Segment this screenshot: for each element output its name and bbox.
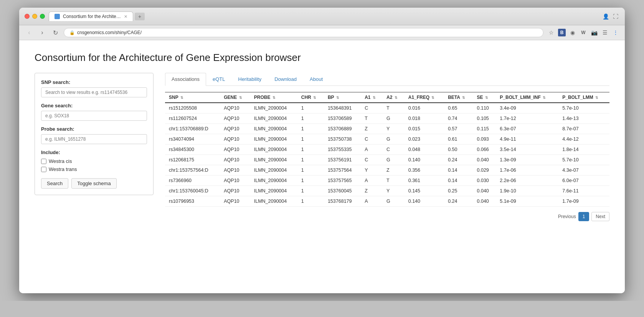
se-cell: 0.093 xyxy=(473,134,496,145)
table-row: rs112607524AQP10ILMN_20900041153706589TG… xyxy=(165,113,609,124)
col-bp[interactable]: BP ⇅ xyxy=(324,92,361,103)
tab-eqtl[interactable]: eQTL xyxy=(206,73,232,85)
table-row: rs34845300AQP10ILMN_20900041153755335AC0… xyxy=(165,145,609,155)
westra-cis-row: Westra cis xyxy=(41,158,147,164)
a1freq-cell: 0.145 xyxy=(405,186,444,196)
chr-cell: 1 xyxy=(297,124,324,134)
browser-tab[interactable]: Consortium for the Architect... ✕ xyxy=(49,11,133,21)
col-se[interactable]: SE ⇅ xyxy=(473,92,496,103)
table-row: chr1:153760045:DAQP10ILMN_20900041153760… xyxy=(165,186,609,196)
bp-cell: 153706589 xyxy=(324,113,361,124)
page-title: Consortium for the Architecture of Gene … xyxy=(35,52,609,64)
p-bolt-lmm-cell: 6.0e-07 xyxy=(558,176,609,186)
sidebar-buttons: Search Toggle schema xyxy=(41,178,147,189)
p-bolt-lmm-cell: 1.7e-09 xyxy=(558,196,609,207)
extension-b-icon[interactable]: B xyxy=(558,29,566,36)
probe-cell: ILMN_2090004 xyxy=(250,103,297,113)
col-p-bolt-lmm[interactable]: P_BOLT_LMM ⇅ xyxy=(558,92,609,103)
se-cell: 0.105 xyxy=(473,113,496,124)
p-bolt-lmm-inf-cell: 1.9e-10 xyxy=(496,186,558,196)
col-a2[interactable]: A2 ⇅ xyxy=(383,92,405,103)
chrome-menu-icon[interactable]: ⋮ xyxy=(612,29,619,36)
tab-about[interactable]: About xyxy=(303,73,329,85)
bp-cell: 153756191 xyxy=(324,155,361,165)
gene-cell: AQP10 xyxy=(220,155,250,165)
search-button[interactable]: Search xyxy=(41,178,68,189)
sort-arrows-snp: ⇅ xyxy=(180,96,183,100)
se-cell: 0.115 xyxy=(473,124,496,134)
se-cell: 0.030 xyxy=(473,176,496,186)
close-button[interactable] xyxy=(25,14,30,19)
extension-icon[interactable]: ◉ xyxy=(569,29,576,36)
back-button[interactable]: ‹ xyxy=(25,29,34,36)
snp-cell: rs34074094 xyxy=(165,134,220,145)
westra-trans-checkbox[interactable] xyxy=(41,167,46,172)
forward-button[interactable]: › xyxy=(38,29,47,36)
bp-cell: 153648391 xyxy=(324,103,361,113)
tab-close-icon[interactable]: ✕ xyxy=(124,14,127,19)
a1freq-cell: 0.140 xyxy=(405,155,444,165)
sort-arrows-a1freq: ⇅ xyxy=(431,96,434,100)
sort-arrows-beta: ⇅ xyxy=(462,96,465,100)
tab-associations[interactable]: Associations xyxy=(165,73,206,86)
pagination-page-1[interactable]: 1 xyxy=(578,212,590,221)
col-snp[interactable]: SNP ⇅ xyxy=(165,92,220,103)
a1freq-cell: 0.361 xyxy=(405,176,444,186)
a2-cell: C xyxy=(383,145,405,155)
col-a1freq[interactable]: A1_FREQ ⇅ xyxy=(405,92,444,103)
probe-cell: ILMN_2090004 xyxy=(250,134,297,145)
a1-cell: Z xyxy=(361,124,383,134)
col-beta[interactable]: BETA ⇅ xyxy=(444,92,473,103)
a1-cell: Y xyxy=(361,165,383,176)
minimize-button[interactable] xyxy=(32,14,37,19)
bookmark-star-icon[interactable]: ☆ xyxy=(547,29,555,36)
extension-w-icon[interactable]: W xyxy=(580,29,587,36)
snp-cell: rs7366960 xyxy=(165,176,220,186)
a2-cell: Y xyxy=(383,186,405,196)
fullscreen-button[interactable] xyxy=(40,14,45,19)
a2-cell: Z xyxy=(383,165,405,176)
address-bar[interactable]: 🔒 cnsgenomics.com/shiny/CAGE/ xyxy=(64,28,543,37)
toggle-schema-button[interactable]: Toggle schema xyxy=(71,178,116,189)
table-row: rs10796953AQP10ILMN_20900041153768179AG0… xyxy=(165,196,609,207)
p-bolt-lmm-inf-cell: 1.3e-09 xyxy=(496,155,558,165)
bp-cell: 153750738 xyxy=(324,134,361,145)
pagination-previous-label: Previous xyxy=(558,214,576,219)
menu-icon[interactable]: ☰ xyxy=(601,29,609,36)
fullscreen-icon[interactable]: ⛶ xyxy=(612,13,619,20)
pagination: Previous 1 Next xyxy=(165,212,609,221)
user-account-icon[interactable]: 👤 xyxy=(602,13,609,20)
gene-search-label: Gene search: xyxy=(41,103,147,108)
toolbar-icons: ☆ B ◉ W 📷 ☰ ⋮ xyxy=(547,29,619,36)
snp-cell: rs151205508 xyxy=(165,103,220,113)
col-p-bolt-lmm-inf[interactable]: P_BOLT_LMM_INF ⇅ xyxy=(496,92,558,103)
pagination-next-button[interactable]: Next xyxy=(591,212,609,221)
col-gene[interactable]: GENE ⇅ xyxy=(220,92,250,103)
tab-heritability[interactable]: Heritability xyxy=(232,73,268,85)
gene-search-input[interactable] xyxy=(41,111,147,121)
refresh-button[interactable]: ↻ xyxy=(51,29,60,36)
gene-cell: AQP10 xyxy=(220,103,250,113)
se-cell: 0.066 xyxy=(473,145,496,155)
address-bar-row: ‹ › ↻ 🔒 cnsgenomics.com/shiny/CAGE/ ☆ B … xyxy=(19,25,625,40)
p-bolt-lmm-inf-cell: 3.5e-14 xyxy=(496,145,558,155)
tab-favicon-icon xyxy=(54,14,60,19)
probe-cell: ILMN_2090004 xyxy=(250,186,297,196)
a1-cell: T xyxy=(361,113,383,124)
probe-search-input[interactable] xyxy=(41,134,147,144)
new-tab-button[interactable]: + xyxy=(135,13,145,20)
col-a1[interactable]: A1 ⇅ xyxy=(361,92,383,103)
snp-search-input[interactable] xyxy=(41,87,147,97)
westra-cis-checkbox[interactable] xyxy=(41,159,46,164)
col-chr[interactable]: CHR ⇅ xyxy=(297,92,324,103)
a2-cell: T xyxy=(383,176,405,186)
tab-download[interactable]: Download xyxy=(268,73,303,85)
col-probe[interactable]: PROBE ⇅ xyxy=(250,92,297,103)
a2-cell: Y xyxy=(383,124,405,134)
camera-icon[interactable]: 📷 xyxy=(590,29,598,36)
p-bolt-lmm-cell: 1.8e-14 xyxy=(558,145,609,155)
bp-cell: 153760045 xyxy=(324,186,361,196)
chr-cell: 1 xyxy=(297,165,324,176)
a2-cell: G xyxy=(383,155,405,165)
beta-cell: 0.74 xyxy=(444,113,473,124)
